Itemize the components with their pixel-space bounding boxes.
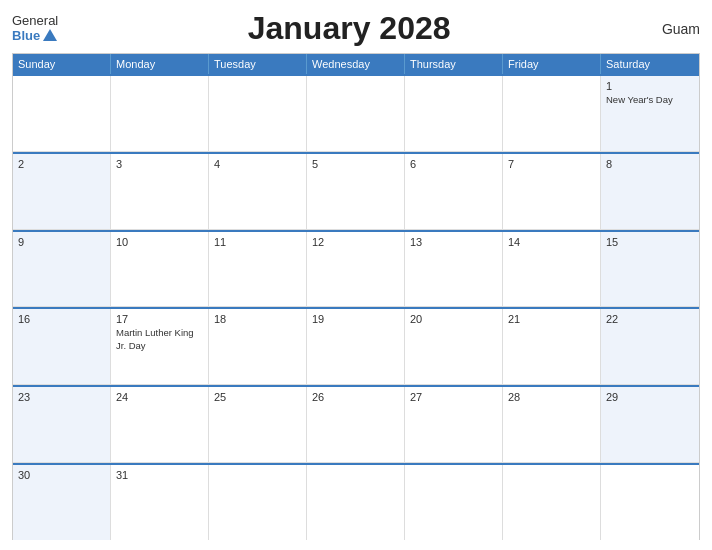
day-cell-2: 2	[13, 154, 111, 229]
calendar-container: General Blue January 2028 Guam SundayMon…	[0, 0, 712, 550]
day-cell-25: 25	[209, 387, 307, 462]
logo-area: General Blue	[12, 14, 58, 43]
day-header-saturday: Saturday	[601, 54, 699, 74]
day-number: 14	[508, 236, 595, 248]
day-headers-row: SundayMondayTuesdayWednesdayThursdayFrid…	[13, 54, 699, 74]
day-cell-4: 4	[209, 154, 307, 229]
weeks-container: 1New Year's Day234567891011121314151617M…	[13, 74, 699, 540]
day-cell-8: 8	[601, 154, 699, 229]
day-number: 16	[18, 313, 105, 325]
day-cell-empty	[601, 465, 699, 540]
holiday-label: New Year's Day	[606, 94, 694, 106]
day-number: 30	[18, 469, 105, 481]
week-row-3: 9101112131415	[13, 230, 699, 308]
day-number: 25	[214, 391, 301, 403]
day-cell-22: 22	[601, 309, 699, 384]
day-number: 23	[18, 391, 105, 403]
day-number: 9	[18, 236, 105, 248]
header-row: General Blue January 2028 Guam	[12, 10, 700, 47]
day-cell-10: 10	[111, 232, 209, 307]
day-number: 15	[606, 236, 694, 248]
day-cell-29: 29	[601, 387, 699, 462]
day-cell-11: 11	[209, 232, 307, 307]
day-cell-empty	[307, 465, 405, 540]
day-header-thursday: Thursday	[405, 54, 503, 74]
week-row-1: 1New Year's Day	[13, 74, 699, 152]
day-cell-empty	[405, 465, 503, 540]
day-cell-9: 9	[13, 232, 111, 307]
region-label: Guam	[640, 21, 700, 37]
day-number: 7	[508, 158, 595, 170]
logo-triangle-icon	[43, 29, 57, 41]
day-cell-17: 17Martin Luther King Jr. Day	[111, 309, 209, 384]
day-cell-28: 28	[503, 387, 601, 462]
day-cell-21: 21	[503, 309, 601, 384]
week-row-4: 1617Martin Luther King Jr. Day1819202122	[13, 307, 699, 385]
day-number: 17	[116, 313, 203, 325]
week-row-2: 2345678	[13, 152, 699, 230]
day-header-tuesday: Tuesday	[209, 54, 307, 74]
day-cell-30: 30	[13, 465, 111, 540]
logo-general-text: General	[12, 14, 58, 28]
day-number: 27	[410, 391, 497, 403]
day-number: 11	[214, 236, 301, 248]
day-number: 2	[18, 158, 105, 170]
day-number: 22	[606, 313, 694, 325]
day-header-monday: Monday	[111, 54, 209, 74]
day-number: 10	[116, 236, 203, 248]
day-cell-23: 23	[13, 387, 111, 462]
day-number: 29	[606, 391, 694, 403]
day-cell-7: 7	[503, 154, 601, 229]
day-number: 28	[508, 391, 595, 403]
day-cell-empty	[307, 76, 405, 151]
day-number: 8	[606, 158, 694, 170]
day-number: 13	[410, 236, 497, 248]
day-number: 24	[116, 391, 203, 403]
day-cell-empty	[503, 76, 601, 151]
day-number: 4	[214, 158, 301, 170]
day-cell-13: 13	[405, 232, 503, 307]
day-cell-27: 27	[405, 387, 503, 462]
day-cell-1: 1New Year's Day	[601, 76, 699, 151]
day-number: 1	[606, 80, 694, 92]
holiday-label: Martin Luther King Jr. Day	[116, 327, 203, 352]
day-number: 31	[116, 469, 203, 481]
day-cell-19: 19	[307, 309, 405, 384]
calendar-title: January 2028	[58, 10, 640, 47]
day-cell-empty	[13, 76, 111, 151]
calendar-grid: SundayMondayTuesdayWednesdayThursdayFrid…	[12, 53, 700, 540]
day-cell-18: 18	[209, 309, 307, 384]
day-cell-empty	[209, 465, 307, 540]
day-cell-empty	[111, 76, 209, 151]
day-cell-16: 16	[13, 309, 111, 384]
day-number: 6	[410, 158, 497, 170]
day-cell-3: 3	[111, 154, 209, 229]
day-number: 18	[214, 313, 301, 325]
day-number: 12	[312, 236, 399, 248]
day-number: 5	[312, 158, 399, 170]
day-cell-15: 15	[601, 232, 699, 307]
day-cell-empty	[503, 465, 601, 540]
day-cell-14: 14	[503, 232, 601, 307]
day-header-wednesday: Wednesday	[307, 54, 405, 74]
day-number: 20	[410, 313, 497, 325]
day-cell-empty	[405, 76, 503, 151]
day-cell-24: 24	[111, 387, 209, 462]
day-cell-empty	[209, 76, 307, 151]
day-number: 19	[312, 313, 399, 325]
day-number: 26	[312, 391, 399, 403]
day-cell-31: 31	[111, 465, 209, 540]
day-number: 3	[116, 158, 203, 170]
day-header-friday: Friday	[503, 54, 601, 74]
day-number: 21	[508, 313, 595, 325]
week-row-6: 3031	[13, 463, 699, 540]
logo-blue-text: Blue	[12, 29, 58, 43]
day-cell-5: 5	[307, 154, 405, 229]
day-header-sunday: Sunday	[13, 54, 111, 74]
day-cell-6: 6	[405, 154, 503, 229]
day-cell-12: 12	[307, 232, 405, 307]
day-cell-20: 20	[405, 309, 503, 384]
week-row-5: 23242526272829	[13, 385, 699, 463]
day-cell-26: 26	[307, 387, 405, 462]
